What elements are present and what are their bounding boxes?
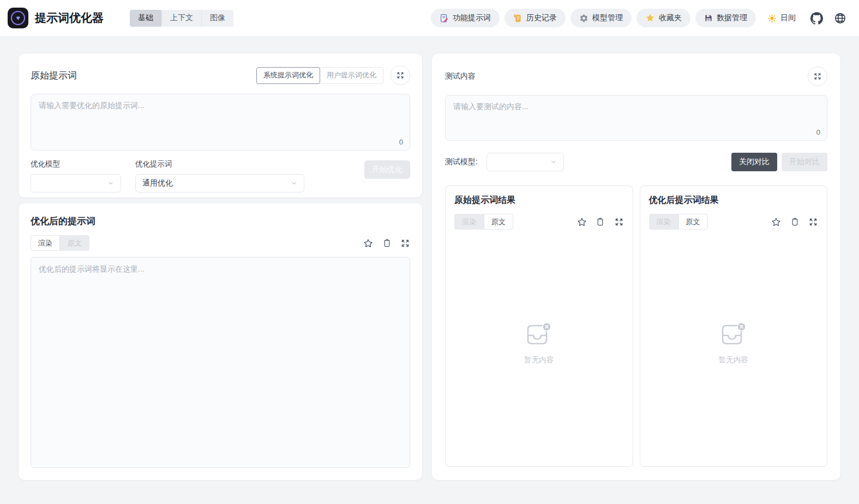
history-scroll-icon — [513, 14, 522, 23]
original-result-title: 原始提示词结果 — [454, 195, 624, 206]
no-content-icon — [721, 322, 746, 345]
fullscreen-icon[interactable] — [614, 217, 624, 227]
original-result-empty-state: 暂无内容 — [454, 230, 624, 458]
optimize-template-label: 优化提示词 — [135, 159, 304, 169]
render-view-button[interactable]: 渲染 — [31, 235, 60, 251]
original-prompt-input[interactable] — [31, 94, 410, 151]
floppy-disk-icon — [704, 14, 713, 22]
optimized-prompt-panel: 优化后的提示词 渲染 原文 — [18, 202, 423, 481]
render-view-button[interactable]: 渲染 — [454, 214, 484, 230]
close-compare-button[interactable]: 关闭对比 — [731, 153, 777, 171]
empty-text: 暂无内容 — [719, 355, 748, 365]
delete-trash-icon[interactable] — [790, 217, 800, 227]
optimized-result-empty-state: 暂无内容 — [649, 230, 819, 458]
history-button[interactable]: 历史记录 — [504, 9, 566, 27]
empty-text: 暂无内容 — [524, 355, 554, 365]
expand-test-content-button[interactable] — [808, 67, 827, 86]
original-result-panel: 原始提示词结果 渲染 原文 — [445, 185, 633, 467]
original-prompt-char-count: 0 — [399, 138, 403, 146]
fullscreen-icon[interactable] — [400, 238, 410, 248]
delete-trash-icon[interactable] — [382, 238, 392, 248]
globe-icon[interactable] — [831, 9, 849, 27]
model-manager-button[interactable]: 模型管理 — [570, 9, 632, 27]
optimized-result-title: 优化后提示词结果 — [649, 195, 819, 206]
main-tabs: 基础 上下文 图像 — [130, 10, 233, 27]
test-model-label: 测试模型: — [445, 157, 478, 167]
fullscreen-icon — [814, 73, 821, 80]
fullscreen-icon[interactable] — [808, 217, 818, 227]
optimized-prompt-output[interactable]: 优化后的提示词将显示在这里... — [31, 257, 410, 468]
expand-original-prompt-button[interactable] — [391, 65, 410, 85]
optimized-result-view-toggle: 渲染 原文 — [649, 214, 708, 230]
main-content: 原始提示词 系统提示词优化 用户提示词优化 — [0, 36, 859, 504]
test-panel: 测试内容 0 测试模型: — [431, 53, 841, 481]
optimize-model-select[interactable] — [31, 174, 121, 193]
start-compare-button[interactable]: 开始对比 — [782, 153, 827, 171]
template-doc-icon — [440, 14, 449, 23]
favorite-star-icon[interactable] — [771, 217, 781, 227]
app-header: ♥ 提示词优化器 基础 上下文 图像 功能提示词 — [0, 0, 859, 36]
page-title: 提示词优化器 — [35, 10, 104, 26]
test-content-char-count: 0 — [816, 128, 820, 136]
feature-prompts-button[interactable]: 功能提示词 — [431, 9, 500, 27]
star-icon — [645, 13, 655, 23]
optimize-mode-toggle: 系统提示词优化 用户提示词优化 — [256, 67, 383, 84]
no-content-icon — [526, 322, 551, 345]
chevron-down-icon — [107, 180, 114, 187]
chevron-down-icon — [550, 159, 557, 165]
user-prompt-mode-button[interactable]: 用户提示词优化 — [320, 67, 383, 84]
render-view-button[interactable]: 渲染 — [649, 214, 678, 230]
header-actions: 功能提示词 历史记录 模型管理 — [431, 9, 849, 27]
favorites-button[interactable]: 收藏夹 — [636, 9, 690, 27]
start-optimize-button[interactable]: 开始优化 — [364, 160, 410, 179]
tab-image[interactable]: 图像 — [202, 10, 233, 27]
test-content-input[interactable] — [445, 95, 827, 141]
gear-icon — [579, 14, 588, 23]
heart-logo-icon: ♥ — [11, 11, 25, 25]
source-view-button[interactable]: 原文 — [484, 214, 513, 230]
tab-context[interactable]: 上下文 — [162, 10, 202, 27]
favorite-star-icon[interactable] — [363, 238, 373, 248]
chevron-down-icon — [291, 180, 297, 187]
github-icon[interactable] — [807, 9, 826, 27]
left-column: 原始提示词 系统提示词优化 用户提示词优化 — [18, 53, 423, 504]
delete-trash-icon[interactable] — [596, 217, 605, 227]
original-prompt-panel: 原始提示词 系统提示词优化 用户提示词优化 — [18, 53, 423, 198]
fullscreen-icon — [397, 71, 404, 79]
sun-icon — [767, 14, 777, 23]
optimized-prompt-title: 优化后的提示词 — [31, 215, 410, 227]
optimize-template-select[interactable]: 通用优化 — [135, 174, 304, 193]
tab-basic[interactable]: 基础 — [130, 10, 162, 27]
system-prompt-mode-button[interactable]: 系统提示词优化 — [256, 67, 320, 84]
data-manager-button[interactable]: 数据管理 — [695, 9, 756, 27]
original-prompt-title: 原始提示词 — [31, 69, 77, 82]
optimized-view-toggle: 渲染 原文 — [31, 235, 89, 251]
source-view-button[interactable]: 原文 — [60, 235, 89, 251]
original-result-view-toggle: 渲染 原文 — [454, 214, 513, 230]
optimize-model-label: 优化模型 — [31, 159, 121, 169]
source-view-button[interactable]: 原文 — [678, 214, 708, 230]
favorite-star-icon[interactable] — [577, 217, 587, 227]
optimized-result-panel: 优化后提示词结果 渲染 原文 — [640, 185, 828, 467]
theme-toggle-button[interactable]: 日间 — [761, 9, 802, 27]
test-content-title: 测试内容 — [445, 71, 476, 81]
app-logo: ♥ — [8, 8, 28, 28]
right-column: 测试内容 0 测试模型: — [431, 53, 841, 504]
test-model-select[interactable] — [486, 153, 564, 171]
